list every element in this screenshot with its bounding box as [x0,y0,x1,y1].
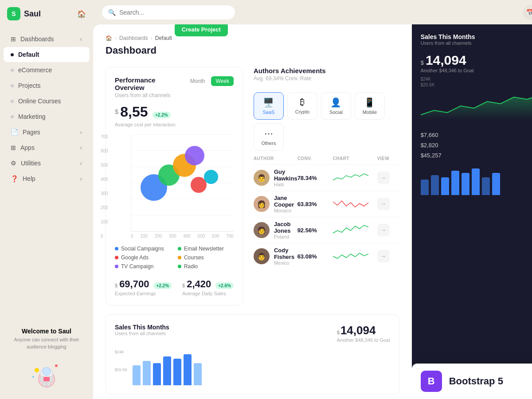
social-icon: 👤 [330,97,341,108]
dark-bar-chart [412,164,532,195]
sidebar-item-apps[interactable]: ⊞ Apps ∨ [4,140,90,155]
main-wrapper: 🔍 📅 🔔 👩 ⚙ 🏠 › Dashboards › Default Creat… [93,0,532,399]
author-info: 🧑 Jacob Jones Poland [254,221,297,239]
conv-val: 92.56% [297,227,333,234]
bubble-tv [185,146,204,165]
avatar-cody: 👨 [254,248,270,264]
tab-mobile[interactable]: 📱 Mobile [355,92,385,120]
nav-label-utilities: Utilities [21,160,41,167]
sidebar-item-projects[interactable]: Projects [4,78,90,93]
svg-rect-4 [49,376,53,382]
sidebar-toggle-icon[interactable]: 🏠 [77,10,86,18]
svg-point-2 [43,368,51,376]
svg-point-9 [55,364,58,367]
sales-goal: Another $48,346 to Goal [337,337,390,343]
saas-label: SaaS [262,110,274,115]
conv-val: 63.08% [297,253,333,260]
sidebar-item-utilities[interactable]: ⚙ Utilities ∨ [4,156,90,171]
sidebar-footer: Welcome to Saul Anyone can connect with … [0,321,93,399]
create-project-button[interactable]: Create Project [175,24,228,36]
nav-label-pages: Pages [23,129,40,136]
author-country: Monaco [274,208,297,213]
conv-val: 78.34% [297,175,333,181]
legend-social: Social Campaigns [115,246,171,252]
bubble-chart [131,134,234,232]
search-input[interactable] [119,9,229,16]
author-info: 👨 Cody Fishers Mexico [254,247,297,266]
app-name: Saul [24,9,41,19]
logo-icon: S [7,7,20,20]
sidebar-header: S Saul 🏠 [0,0,93,27]
view-button[interactable]: → [377,224,390,236]
home-icon[interactable]: 🏠 [106,35,112,41]
tab-crypto[interactable]: ₿ Crypto [287,92,317,120]
y-axis: 7006005004003002001000 [101,134,108,239]
sidebar-item-marketing[interactable]: Marketing [4,109,90,124]
sales-big-value: 14,094 [426,53,466,68]
sales-bar-section: Sales This Months Users from all channel… [106,314,399,395]
astronaut-illustration [24,355,69,390]
nav-label-default: Default [18,51,39,58]
tab-week[interactable]: Week [211,76,233,86]
tab-month[interactable]: Month [186,76,209,86]
table-row: 👨 Guy Hawkins Haiti 78.34% → [254,164,399,191]
tab-others[interactable]: ⋯ Others [254,123,284,151]
nav-label-marketing: Marketing [18,113,45,120]
author-tabs: 🖥️ SaaS ₿ Crypto 👤 Social 📱 [254,92,399,151]
bottom-stats: $ 69,700 +2.2% Expected Earnings $ 2,420… [115,278,234,296]
sales-sub-dark: Users from all channels [421,40,532,46]
dark-content: Sales This Months Users from all channel… [412,24,532,399]
sidebar-item-ecommerce[interactable]: eCommerce [4,63,90,78]
chevron-icon: ∨ [79,145,82,150]
search-box[interactable]: 🔍 [102,5,235,20]
main-panel: 🏠 › Dashboards › Default Create Project … [93,24,412,399]
author-info: 👩 Jane Cooper Monaco [254,195,297,213]
mini-chart-1 [333,171,368,184]
mobile-label: Mobile [363,110,377,115]
sales-dark-section: Sales This Months Users from all channel… [412,24,532,130]
sidebar-nav: ⊞ Dashboards ∧ Default eCommerce Project… [0,27,93,321]
legend-tv: TV Campaign [115,263,171,270]
breadcrumb: 🏠 › Dashboards › Default Create Project [106,35,399,41]
authors-card: Authors Achievements Avg. 69.34% Conv. R… [254,67,399,305]
nav-dot [11,53,14,56]
sidebar-item-default[interactable]: Default [4,47,90,62]
sidebar-item-online-courses[interactable]: Online Courses [4,94,90,109]
green-chart-area [421,93,532,121]
sidebar-item-dashboards[interactable]: ⊞ Dashboards ∧ [4,31,90,47]
view-button[interactable]: → [377,198,390,210]
mini-chart-4 [333,250,368,263]
svg-rect-3 [40,376,44,382]
earnings-value: 69,700 [119,278,149,290]
author-country: Haiti [274,182,297,187]
calendar-icon-btn[interactable]: 📅 [523,5,532,20]
tab-saas[interactable]: 🖥️ SaaS [254,92,284,120]
tab-social[interactable]: 👤 Social [321,92,351,120]
performance-title: Performance Overview [115,76,186,91]
author-name: Jacob Jones [274,221,297,234]
crypto-icon: ₿ [300,97,305,107]
sidebar-item-pages[interactable]: 📄 Pages ∨ [4,125,90,140]
nav-dot [11,100,14,103]
view-button[interactable]: → [377,172,390,184]
x-axis: 0100200300400500600700 [131,232,234,239]
sidebar-item-help[interactable]: ❓ Help ∨ [4,171,90,186]
nav-label-projects: Projects [18,82,41,89]
top-bar: 🔍 📅 🔔 👩 ⚙ [93,0,532,24]
table-row: 👩 Jane Cooper Monaco 63.83% → [254,191,399,217]
view-button[interactable]: → [377,250,390,262]
svg-point-8 [35,368,39,372]
svg-rect-6 [47,381,50,387]
daily-sales-badge: +2.6% [215,282,234,289]
sales-value: 14,094 [340,324,376,337]
chart-legend: Social Campaigns Email Newsletter Google… [115,246,234,270]
author-name: Guy Hawkins [274,168,297,182]
bubble-radio [204,170,218,184]
performance-subtitle: Users from all channels [115,92,186,98]
nav-dot [11,69,14,72]
saas-icon: 🖥️ [263,97,274,108]
breadcrumb-dashboards[interactable]: Dashboards [119,35,148,41]
legend-courses: Courses [178,254,234,261]
mini-chart-2 [333,197,368,211]
svg-rect-5 [43,381,46,387]
